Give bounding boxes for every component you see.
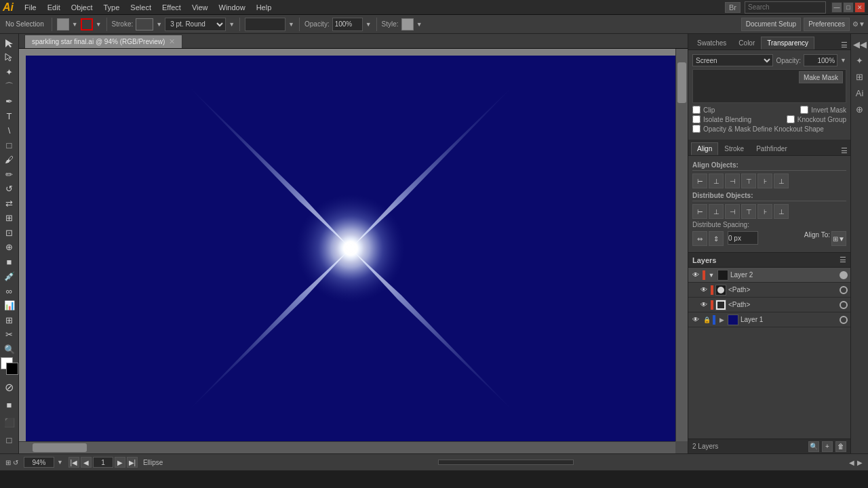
pencil-tool[interactable]: ✏ — [1, 168, 18, 182]
minimize-btn[interactable]: — — [831, 2, 842, 13]
document-tab[interactable]: sparkling star final.ai @ 94% (RGB/Previ… — [24, 35, 182, 48]
canvas-scroll[interactable] — [19, 49, 688, 453]
align-center-v-btn[interactable]: ⊦ — [757, 174, 772, 188]
align-right-btn[interactable]: ⊣ — [725, 174, 740, 188]
free-transform-tool[interactable]: ⊡ — [1, 226, 18, 240]
invert-mask-checkbox[interactable] — [800, 106, 808, 114]
menu-type[interactable]: Type — [98, 2, 125, 13]
tab-swatches[interactable]: Swatches — [691, 37, 732, 49]
nav-prev-btn[interactable]: ◀ — [849, 459, 854, 466]
dist-center-v-btn[interactable]: ⊦ — [757, 204, 772, 219]
menu-object[interactable]: Object — [66, 2, 98, 13]
side-tool3[interactable]: Ai — [852, 85, 867, 100]
chart-tool[interactable]: 📊 — [1, 299, 18, 312]
gradient-tool[interactable]: ■ — [1, 256, 18, 269]
tab-color[interactable]: Color — [732, 37, 761, 49]
collapse-panel-btn[interactable]: ◀◀ — [852, 37, 867, 52]
type-tool[interactable]: T — [1, 110, 18, 123]
bridge-btn[interactable]: Br — [725, 2, 741, 13]
first-artboard-btn[interactable]: |◀ — [68, 457, 79, 468]
clip-checkbox[interactable] — [692, 106, 701, 114]
slice-tool[interactable]: ✂ — [1, 328, 18, 342]
stroke-color-swatch[interactable] — [81, 18, 93, 30]
menu-edit[interactable]: Edit — [42, 2, 66, 13]
last-artboard-btn[interactable]: ▶| — [127, 457, 138, 468]
horizontal-scrollbar[interactable] — [19, 441, 675, 453]
mirror-tool[interactable]: ⇄ — [1, 197, 18, 211]
delete-layer-btn[interactable]: 🗑 — [835, 441, 846, 452]
side-tool4[interactable]: ⊕ — [852, 102, 867, 117]
dist-space-v-btn[interactable]: ⇕ — [709, 231, 724, 246]
layers-menu-btn[interactable]: ☰ — [840, 256, 846, 264]
zoom-input[interactable]: 94% — [24, 457, 54, 468]
dist-center-h-btn[interactable]: ⊥ — [709, 204, 724, 219]
eyedropper-tool[interactable]: 💉 — [1, 270, 18, 283]
screen-mode[interactable]: □ — [1, 432, 18, 448]
background-color[interactable] — [6, 363, 18, 375]
shape-builder-tool[interactable]: ⊕ — [1, 241, 18, 254]
tab-pathfinder[interactable]: Pathfinder — [750, 142, 793, 155]
rotate-tool[interactable]: ↺ — [1, 182, 18, 196]
align-center-h-btn[interactable]: ⊥ — [709, 174, 724, 188]
add-layer-btn[interactable]: 🔍 — [808, 441, 819, 452]
path1-visibility-btn[interactable]: 👁 — [699, 285, 709, 295]
path2-visibility-btn[interactable]: 👁 — [699, 300, 709, 310]
close-tab-btn[interactable]: ✕ — [169, 37, 175, 46]
align-panel-menu-btn[interactable]: ☰ — [838, 146, 850, 155]
menu-help[interactable]: Help — [251, 2, 277, 13]
stroke-weight-select[interactable]: 3 pt. Round — [165, 18, 226, 31]
menu-view[interactable]: View — [186, 2, 214, 13]
menu-window[interactable]: Window — [214, 2, 251, 13]
zoom-arrow[interactable]: ▼ — [57, 459, 63, 466]
panel-menu-btn[interactable]: ☰ — [838, 41, 850, 49]
next-artboard-btn[interactable]: ▶ — [115, 457, 125, 468]
isolate-blending-checkbox[interactable] — [692, 115, 701, 123]
blend-tool[interactable]: ∞ — [1, 285, 18, 298]
new-layer-btn[interactable]: + — [822, 441, 833, 452]
align-to-select-btn[interactable]: ⊞▼ — [831, 231, 846, 246]
variable-width-input[interactable] — [245, 18, 285, 31]
horizontal-scroll-thumb[interactable] — [33, 443, 87, 452]
make-mask-btn[interactable]: Make Mask — [799, 71, 843, 83]
layer1-target[interactable] — [840, 316, 848, 324]
dist-bottom-btn[interactable]: ⊥ — [774, 204, 789, 219]
tab-transparency[interactable]: Transparency — [761, 37, 814, 49]
vertical-scroll-thumb[interactable] — [677, 62, 686, 103]
side-tool2[interactable]: ⊞ — [852, 69, 867, 84]
none-fill[interactable]: ⊘ — [1, 379, 18, 395]
nav-next-btn[interactable]: ▶ — [857, 459, 863, 466]
rect-tool[interactable]: □ — [1, 139, 18, 152]
layer1-visibility-btn[interactable]: 👁 — [691, 315, 701, 325]
layer1-expand-btn[interactable]: ▶ — [717, 316, 726, 324]
prev-artboard-btn[interactable]: ◀ — [81, 457, 92, 468]
search-input[interactable] — [745, 1, 826, 14]
layer-item-path1[interactable]: 👁 <Path> — [688, 283, 850, 298]
layer-item-layer2[interactable]: 👁 ▼ Layer 2 — [688, 268, 850, 283]
layer-item-path2[interactable]: 👁 <Path> — [688, 298, 850, 312]
menu-file[interactable]: File — [19, 2, 42, 13]
side-tool1[interactable]: ✦ — [852, 53, 867, 68]
layer-item-layer1[interactable]: 👁 🔒 ▶ Layer 1 — [688, 312, 850, 327]
path1-target[interactable] — [840, 286, 848, 294]
tab-align[interactable]: Align — [691, 142, 718, 155]
menu-select[interactable]: Select — [125, 2, 157, 13]
path2-target[interactable] — [840, 301, 848, 309]
select-tool[interactable] — [1, 37, 18, 50]
align-left-btn[interactable]: ⊢ — [692, 174, 707, 188]
pen-tool[interactable]: ✒ — [1, 95, 18, 108]
spacing-value-input[interactable] — [728, 231, 758, 245]
line-tool[interactable]: \ — [1, 124, 18, 138]
dist-top-btn[interactable]: ⊤ — [741, 204, 756, 219]
align-bottom-btn[interactable]: ⊥ — [774, 174, 789, 188]
style-swatch[interactable] — [401, 18, 414, 30]
preferences-btn[interactable]: Preferences — [804, 18, 850, 31]
settings-icon[interactable]: ⚙▼ — [852, 20, 865, 28]
artboard-number-input[interactable]: 1 — [93, 457, 113, 468]
dist-left-btn[interactable]: ⊢ — [692, 204, 707, 219]
maximize-btn[interactable]: □ — [843, 2, 854, 13]
status-icon1[interactable]: ⊞ — [5, 459, 11, 466]
lasso-tool[interactable]: ⌒ — [1, 81, 18, 94]
status-icon2[interactable]: ↺ — [13, 459, 18, 466]
blend-mode-select[interactable]: Screen — [692, 54, 773, 66]
opacity-panel-input[interactable] — [804, 54, 837, 66]
